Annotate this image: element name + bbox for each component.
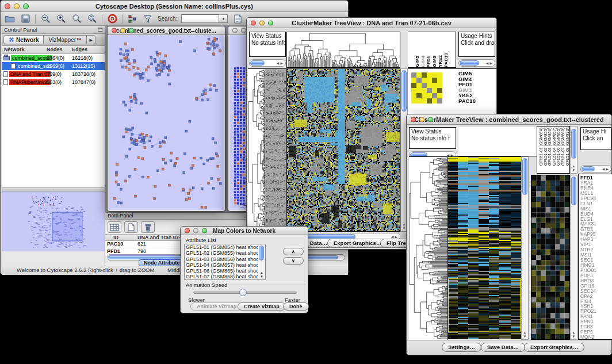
- matrix-cell[interactable]: [422, 72, 427, 78]
- zoom-button[interactable]: [268, 20, 273, 25]
- treeview-button[interactable]: Settings…: [442, 343, 481, 352]
- done-button[interactable]: Done: [283, 302, 309, 311]
- network-tree-row[interactable]: combined_scores2764(0)16218(0): [2, 54, 105, 62]
- column-labels-vscrollbar[interactable]: ▲▼: [570, 126, 577, 174]
- filter-button[interactable]: [142, 13, 154, 24]
- zoom-button[interactable]: [23, 3, 29, 9]
- matrix-cell[interactable]: [432, 88, 437, 93]
- scroll-thumb[interactable]: [571, 129, 576, 159]
- annotation-button[interactable]: [232, 13, 243, 24]
- zoom-heatmap-vscrollbar[interactable]: ▲▼: [570, 175, 577, 340]
- scroll-thumb[interactable]: [250, 60, 265, 66]
- scroll-thumb[interactable]: [582, 166, 595, 171]
- new-attribute-button[interactable]: [124, 221, 138, 233]
- close-button[interactable]: [251, 20, 256, 25]
- matrix-cell[interactable]: [437, 93, 442, 98]
- matrix-cell[interactable]: [432, 93, 437, 98]
- scroll-thumb[interactable]: [401, 70, 407, 112]
- network-attributes-button[interactable]: [127, 13, 138, 24]
- scroll-arrows[interactable]: ▲▼: [571, 331, 577, 339]
- tab-vizmapper[interactable]: VizMapper™: [44, 35, 87, 44]
- correlation-heatmap-canvas[interactable]: [287, 69, 400, 231]
- move-up-button[interactable]: ∧: [283, 248, 304, 255]
- treeview-button[interactable]: Export Graphics…: [524, 343, 584, 352]
- attribute-item[interactable]: GPL51-01 (GSM854) heat shock 05 min: [185, 244, 265, 250]
- minimize-button[interactable]: [193, 228, 198, 233]
- birdseye-canvas[interactable]: [2, 191, 104, 251]
- matrix-cell[interactable]: [411, 98, 416, 104]
- matrix-cell[interactable]: [427, 72, 432, 78]
- close-button[interactable]: [411, 117, 416, 122]
- matrix-cell[interactable]: [427, 98, 432, 104]
- expression-heatmap-canvas[interactable]: [447, 157, 521, 339]
- zoom-fit-button[interactable]: [71, 13, 82, 24]
- matrix-cell[interactable]: [411, 93, 416, 98]
- column-dendrogram-canvas[interactable]: [287, 32, 400, 67]
- scroll-arrows[interactable]: ▲▼: [258, 271, 265, 279]
- zoom-heatmap-canvas[interactable]: [531, 175, 569, 339]
- usage-hints-scrollbar[interactable]: ◀▶: [458, 59, 495, 67]
- close-button[interactable]: [185, 228, 190, 233]
- matrix-cell[interactable]: [411, 78, 416, 83]
- matrix-cell[interactable]: [437, 88, 442, 93]
- search-input[interactable]: [181, 14, 219, 23]
- matrix-cell[interactable]: [416, 83, 422, 88]
- treeview-combined-titlebar[interactable]: ClusterMaker TreeView : combined_scores_…: [407, 114, 611, 125]
- help-button[interactable]: [106, 13, 118, 24]
- attribute-item[interactable]: GPL51-07 (GSM868) heat shock 60 min: [185, 274, 265, 279]
- minimize-button[interactable]: [419, 117, 424, 122]
- zoom-selected-button[interactable]: [86, 13, 98, 24]
- heatmap-vscrollbar[interactable]: ▲▼: [521, 156, 529, 340]
- attribute-item[interactable]: GPL51-06 (GSM865) heat shock 40 min: [185, 268, 265, 274]
- treeview-button[interactable]: Save Data…: [481, 343, 525, 352]
- scroll-arrows[interactable]: ▲▼: [571, 164, 577, 173]
- gene-label[interactable]: MON2: [580, 335, 596, 340]
- control-panel-splitter[interactable]: ·: [2, 187, 105, 191]
- open-file-button[interactable]: [4, 13, 16, 24]
- zoom-in-button[interactable]: [55, 13, 67, 24]
- matrix-cell[interactable]: [416, 72, 422, 78]
- scroll-arrows[interactable]: ◀▶: [486, 60, 494, 67]
- close-button[interactable]: [112, 28, 117, 33]
- scroll-thumb[interactable]: [571, 177, 576, 205]
- scroll-thumb[interactable]: [522, 158, 527, 195]
- matrix-cell[interactable]: [422, 78, 427, 83]
- matrix-cell[interactable]: [427, 78, 432, 83]
- network-tree-row[interactable]: DNA and Tran 07769(0)183728(0): [2, 70, 105, 78]
- search-dropdown-button[interactable]: ▼: [219, 14, 228, 23]
- matrix-cell[interactable]: [416, 93, 422, 98]
- zoom-out-button[interactable]: [40, 13, 51, 24]
- matrix-cell[interactable]: [416, 98, 422, 104]
- minimize-button[interactable]: [241, 28, 246, 33]
- matrix-cell[interactable]: [432, 98, 437, 104]
- select-attributes-button[interactable]: [108, 221, 121, 233]
- matrix-cell[interactable]: [437, 78, 442, 83]
- scroll-arrows[interactable]: ▲▼: [522, 331, 528, 339]
- attribute-item[interactable]: GPL51-04 (GSM857) heat shock 20 min: [185, 262, 265, 268]
- move-down-button[interactable]: ∨: [283, 257, 304, 265]
- treeview-button[interactable]: Export Graphics…: [327, 239, 388, 248]
- matrix-cell[interactable]: [416, 88, 422, 93]
- row-dendrogram-canvas[interactable]: [248, 69, 265, 232]
- gene-label[interactable]: PAC10: [458, 98, 476, 104]
- network-tree-row[interactable]: combined_sco2569(6)13112(15): [2, 62, 105, 70]
- matrix-cell[interactable]: [432, 72, 437, 78]
- close-button[interactable]: [5, 3, 10, 9]
- treeview-dna-titlebar[interactable]: ClusterMaker TreeView : DNA and Tran 07-…: [247, 18, 496, 28]
- matrix-cell[interactable]: [411, 72, 416, 78]
- animate-vizmap-button[interactable]: Animate Vizmap: [190, 302, 243, 311]
- matrix-cell[interactable]: [437, 98, 442, 104]
- row-dendrogram-canvas[interactable]: [409, 157, 447, 340]
- cluster-matrix[interactable]: [411, 72, 442, 104]
- float-panel-icon[interactable]: [98, 28, 102, 32]
- delete-attribute-button[interactable]: [141, 221, 155, 233]
- tab-overflow-button[interactable]: ▶: [87, 35, 95, 44]
- save-button[interactable]: [20, 13, 31, 24]
- network-window-titlebar[interactable]: combined_scores_good.txt--cluste...: [108, 26, 225, 35]
- matrix-cell[interactable]: [432, 83, 437, 88]
- scroll-thumb[interactable]: [460, 60, 479, 66]
- matrix-cell[interactable]: [427, 93, 432, 98]
- network-tree-row[interactable]: RNAPuberNov2+563(0)107847(0): [2, 78, 105, 86]
- map-dialog-titlebar[interactable]: Map Colors to Network: [181, 227, 308, 235]
- create-vizmap-button[interactable]: Create Vizmap: [238, 302, 286, 311]
